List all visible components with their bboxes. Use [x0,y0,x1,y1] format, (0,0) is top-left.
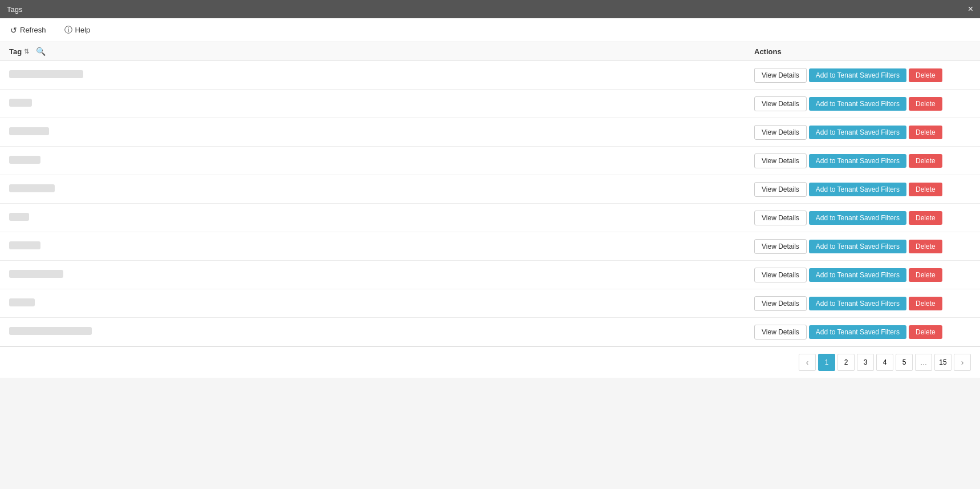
table-row: View Details Add to Tenant Saved Filters… [0,147,980,175]
delete-button[interactable]: Delete [909,183,942,196]
tag-cell [9,298,754,308]
tag-value [9,327,92,335]
pagination-prev[interactable]: ‹ [799,354,816,371]
delete-button[interactable]: Delete [909,154,942,168]
actions-cell: View Details Add to Tenant Saved Filters… [754,268,971,282]
pagination-next[interactable]: › [954,354,971,371]
actions-cell: View Details Add to Tenant Saved Filters… [754,211,971,225]
add-to-tenant-button[interactable]: Add to Tenant Saved Filters [809,268,906,282]
table-row: View Details Add to Tenant Saved Filters… [0,90,980,118]
view-details-button[interactable]: View Details [754,125,807,140]
actions-cell: View Details Add to Tenant Saved Filters… [754,296,971,311]
help-button[interactable]: ⓘ Help [61,23,94,38]
tag-value [9,127,49,135]
tag-value [9,241,40,249]
tag-cell [9,184,754,194]
pagination-page-3[interactable]: 3 [857,354,874,371]
table-row: View Details Add to Tenant Saved Filters… [0,318,980,346]
actions-cell: View Details Add to Tenant Saved Filters… [754,239,971,254]
window-title: Tags [7,5,22,14]
pagination-page-4[interactable]: 4 [876,354,893,371]
add-to-tenant-button[interactable]: Add to Tenant Saved Filters [809,211,906,225]
table-row: View Details Add to Tenant Saved Filters… [0,175,980,204]
tag-cell [9,241,754,251]
toolbar: ↺ Refresh ⓘ Help [0,18,980,42]
tag-cell [9,70,754,80]
table-row: View Details Add to Tenant Saved Filters… [0,261,980,289]
tag-column-header: Tag ⇅ 🔍 [9,47,754,56]
help-icon: ⓘ [64,25,72,35]
pagination-page-2[interactable]: 2 [837,354,855,371]
search-button[interactable]: 🔍 [36,47,46,56]
add-to-tenant-button[interactable]: Add to Tenant Saved Filters [809,240,906,253]
pagination-page-1[interactable]: 1 [818,354,835,371]
table-row: View Details Add to Tenant Saved Filters… [0,61,980,90]
table-row: View Details Add to Tenant Saved Filters… [0,289,980,318]
actions-column-header: Actions [754,47,971,56]
table-row: View Details Add to Tenant Saved Filters… [0,118,980,147]
add-to-tenant-button[interactable]: Add to Tenant Saved Filters [809,183,906,196]
add-to-tenant-button[interactable]: Add to Tenant Saved Filters [809,126,906,139]
table-row: View Details Add to Tenant Saved Filters… [0,232,980,261]
view-details-button[interactable]: View Details [754,211,807,225]
delete-button[interactable]: Delete [909,68,942,82]
view-details-button[interactable]: View Details [754,68,807,83]
tag-cell [9,327,754,337]
table-row: View Details Add to Tenant Saved Filters… [0,204,980,232]
view-details-button[interactable]: View Details [754,239,807,254]
add-to-tenant-button[interactable]: Add to Tenant Saved Filters [809,97,906,111]
tag-value [9,70,83,78]
table-header: Tag ⇅ 🔍 Actions [0,42,980,61]
pagination-page-5[interactable]: 5 [896,354,913,371]
tag-cell [9,99,754,108]
pagination-page-15[interactable]: 15 [934,354,951,371]
view-details-button[interactable]: View Details [754,325,807,340]
delete-button[interactable]: Delete [909,126,942,139]
add-to-tenant-button[interactable]: Add to Tenant Saved Filters [809,154,906,168]
tag-value [9,99,32,107]
title-bar: Tags × [0,0,980,18]
tag-value [9,270,63,278]
actions-cell: View Details Add to Tenant Saved Filters… [754,325,971,340]
add-to-tenant-button[interactable]: Add to Tenant Saved Filters [809,297,906,310]
delete-button[interactable]: Delete [909,325,942,339]
delete-button[interactable]: Delete [909,268,942,282]
actions-cell: View Details Add to Tenant Saved Filters… [754,125,971,140]
view-details-button[interactable]: View Details [754,296,807,311]
main-content: Tag ⇅ 🔍 Actions View Details Add to Tena… [0,42,980,378]
refresh-icon: ↺ [10,26,17,35]
delete-button[interactable]: Delete [909,211,942,225]
actions-cell: View Details Add to Tenant Saved Filters… [754,68,971,83]
refresh-button[interactable]: ↺ Refresh [7,23,50,37]
delete-button[interactable]: Delete [909,297,942,310]
actions-cell: View Details Add to Tenant Saved Filters… [754,96,971,111]
tag-value [9,184,55,192]
tag-value [9,156,40,164]
tag-cell [9,127,754,137]
tag-cell [9,213,754,223]
sort-icon[interactable]: ⇅ [24,48,29,55]
delete-button[interactable]: Delete [909,97,942,111]
view-details-button[interactable]: View Details [754,153,807,168]
pagination: ‹ 1 2 3 4 5 ... 15 › [0,346,980,378]
add-to-tenant-button[interactable]: Add to Tenant Saved Filters [809,325,906,339]
tag-value [9,213,29,221]
actions-cell: View Details Add to Tenant Saved Filters… [754,182,971,197]
tag-cell [9,270,754,280]
tag-value [9,298,35,306]
actions-cell: View Details Add to Tenant Saved Filters… [754,153,971,168]
close-button[interactable]: × [968,5,973,14]
table-rows-container: View Details Add to Tenant Saved Filters… [0,61,980,346]
add-to-tenant-button[interactable]: Add to Tenant Saved Filters [809,68,906,82]
pagination-dots: ... [915,354,932,371]
view-details-button[interactable]: View Details [754,96,807,111]
delete-button[interactable]: Delete [909,240,942,253]
tag-cell [9,156,754,165]
view-details-button[interactable]: View Details [754,268,807,282]
view-details-button[interactable]: View Details [754,182,807,197]
